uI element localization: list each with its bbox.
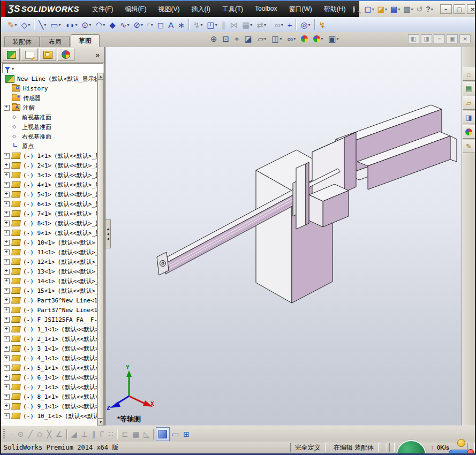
dropdown-arrow-icon[interactable]: ▾ — [372, 7, 374, 12]
tree-item[interactable]: (-) 3<1> (默认<<默认>_显 — [1, 170, 97, 180]
dropdown-arrow-icon[interactable]: ▾ — [58, 22, 61, 27]
tree-item[interactable]: (-) 14<1> (默认<<默认>_ — [1, 276, 97, 286]
dropdown-arrow-icon[interactable]: ▾ — [15, 22, 17, 27]
task-pane-tab[interactable]: ✎ — [463, 140, 475, 153]
tree-item[interactable]: (-) 7<1> (默认<<默认>_显 — [1, 209, 97, 218]
expand-toggle-icon[interactable] — [4, 153, 10, 159]
expand-toggle-icon[interactable] — [4, 413, 10, 419]
sketch-tool-button[interactable]: ◻ ▾ — [155, 18, 166, 31]
tree-item[interactable]: (-) 6_1<1> (默认<<默认> — [1, 373, 97, 382]
expand-toggle-icon[interactable] — [4, 355, 10, 361]
dropdown-arrow-icon[interactable]: ▾ — [398, 7, 400, 12]
menu-item[interactable]: 工具(T) — [222, 5, 243, 14]
dropdown-arrow-icon[interactable]: ▾ — [141, 22, 143, 27]
expand-toggle-icon[interactable] — [4, 201, 10, 207]
expand-toggle-icon[interactable] — [4, 249, 10, 255]
expand-toggle-icon[interactable] — [4, 307, 10, 313]
expand-toggle-icon[interactable] — [4, 192, 10, 198]
tree-item[interactable]: (-) Part36^New Line<1> — [1, 295, 97, 305]
menu-item[interactable]: Toolbox — [255, 5, 277, 14]
dropdown-arrow-icon[interactable]: ▾ — [103, 22, 105, 27]
expand-toggle-icon[interactable] — [4, 298, 10, 304]
tree-item[interactable]: (-) 4_1<1> (默认<<默认> — [1, 353, 97, 363]
sketch-tool-button[interactable]: ◇ ▾ — [19, 18, 33, 31]
menu-item[interactable]: 编辑(E) — [125, 5, 146, 14]
snap-tool-button[interactable]: ╳ ▾ — [45, 428, 54, 441]
tree-item[interactable]: 传感器 — [1, 93, 97, 103]
dropdown-arrow-icon[interactable]: ▾ — [12, 66, 14, 71]
document-control-button[interactable]: × — [459, 34, 471, 43]
overflow-chevron[interactable]: » — [96, 51, 103, 59]
document-control-button[interactable]: ◧ — [408, 34, 419, 43]
sketch-tool-button[interactable]: ⊘ ▾ — [131, 18, 145, 31]
snap-tool-button[interactable]: ▦ ▾ — [130, 428, 141, 441]
feature-manager-tab[interactable] — [21, 48, 38, 61]
tree-item[interactable]: (-) 10_1<1> (默认<<默认 — [1, 411, 97, 421]
dropdown-arrow-icon[interactable]: ▾ — [75, 22, 78, 27]
tree-item[interactable]: 原点 — [1, 141, 97, 151]
menu-item[interactable]: 帮助(H) — [324, 5, 346, 14]
sketch-tool-button[interactable]: ◰ ▾ — [205, 18, 219, 31]
view-tool-button[interactable]: ◪ ▾ — [243, 34, 254, 44]
sketch-tool-button[interactable]: ▾ — [34, 19, 35, 30]
dropdown-arrow-icon[interactable]: ▾ — [151, 22, 153, 27]
overlay-ball[interactable]: 57% — [396, 440, 426, 455]
task-pane-tab[interactable]: ● — [463, 125, 475, 139]
view-tool-button[interactable]: ∞ ▾ — [286, 34, 298, 44]
tree-scrollbar[interactable]: ▲ ▼ — [97, 73, 104, 426]
tree-item[interactable]: (-) 5<1> (默认<<默认>_显 — [1, 189, 97, 199]
scroll-up-icon[interactable]: ▲ — [97, 73, 104, 80]
expand-toggle-icon[interactable] — [4, 288, 10, 294]
sketch-tool-button[interactable]: ↯ ▾ — [317, 18, 328, 31]
view-tool-button[interactable]: ▣ ▾ — [327, 34, 340, 44]
dropdown-arrow-icon[interactable]: ▾ — [264, 22, 266, 27]
sketch-tool-button[interactable]: ▭ ▾ — [48, 18, 63, 31]
command-tab[interactable]: 装配体 — [4, 36, 40, 47]
tree-item[interactable]: (-) 1<1> (默认<<默认>_显 — [1, 151, 97, 161]
dropdown-arrow-icon[interactable]: ▾ — [431, 7, 433, 12]
window-control-button[interactable]: – — [440, 4, 452, 14]
tree-item[interactable]: (-) 10<1> (默认<<默认>_ — [1, 238, 97, 247]
view-tool-button[interactable]: ⌖ ▾ — [233, 34, 240, 44]
sketch-tool-button[interactable]: ◖◗ ▾ — [63, 18, 79, 31]
quick-access-button[interactable]: ▤ ▾ — [389, 3, 402, 15]
view-tool-button[interactable]: ▱ ▾ — [256, 34, 268, 44]
snap-tool-button[interactable]: ⊙ ▾ — [16, 428, 26, 441]
tree-item[interactable]: (-) 6<1> (默认<<默认>_显 — [1, 199, 97, 209]
dropdown-arrow-icon[interactable]: ▾ — [264, 36, 266, 41]
dropdown-arrow-icon[interactable]: ▾ — [281, 22, 283, 27]
snap-tool-button[interactable]: ▭ ▾ — [170, 428, 181, 441]
document-control-button[interactable]: – — [434, 34, 445, 43]
tree-item[interactable]: (-) 2<1> (默认<<默认>_显 — [1, 161, 97, 170]
quick-access-button[interactable]: ↺ ▾ — [414, 3, 424, 15]
sketch-tool-button[interactable]: ∞ ▾ — [273, 18, 285, 31]
tree-root-item[interactable]: New Line (默认<默认_显示状 — [1, 74, 97, 84]
command-tab[interactable]: 布局 — [41, 36, 70, 47]
expand-toggle-icon[interactable] — [4, 182, 10, 188]
expand-toggle-icon[interactable] — [4, 172, 10, 178]
graphics-viewport[interactable]: ◀ ◀ ◀ Y X Z *等轴测 — [105, 47, 462, 426]
tree-item[interactable]: 右视基准面 — [1, 132, 97, 141]
tree-item[interactable]: 前视基准面 — [1, 112, 97, 122]
expand-toggle-icon[interactable] — [4, 211, 10, 217]
snap-tool-button[interactable]: ⊥ ▾ — [79, 428, 89, 441]
task-pane-tab[interactable]: ▱ — [463, 96, 475, 110]
expand-toggle-icon[interactable] — [4, 336, 10, 342]
expand-toggle-icon[interactable] — [4, 230, 10, 236]
feature-manager-tab[interactable] — [3, 48, 20, 61]
dropdown-arrow-icon[interactable]: ▾ — [293, 36, 296, 41]
quick-access-button[interactable]: ? ▾ — [424, 3, 435, 15]
tree-item[interactable]: (-) Part37^New Line<1> — [1, 305, 97, 315]
tree-item[interactable]: (-) 3_1<1> (默认<<默认> — [1, 344, 97, 353]
sketch-tool-button[interactable]: ╲ ▾ — [36, 18, 48, 31]
tree-item[interactable]: (-) F_JSI125FA_FA__F-JS — [1, 315, 97, 324]
expand-toggle-icon[interactable] — [4, 259, 10, 265]
dropdown-arrow-icon[interactable]: ▾ — [321, 36, 323, 41]
expand-toggle-icon[interactable] — [4, 375, 10, 381]
tree-item[interactable]: (-) 15<1> (默认<<默认>_ — [1, 286, 97, 295]
expand-toggle-icon[interactable] — [4, 327, 10, 332]
tree-item[interactable]: 注解 — [1, 103, 97, 112]
dropdown-arrow-icon[interactable]: ▾ — [385, 7, 387, 12]
expand-toggle-icon[interactable] — [4, 384, 10, 390]
view-tool-button[interactable]: ◫ ▾ — [270, 34, 283, 44]
